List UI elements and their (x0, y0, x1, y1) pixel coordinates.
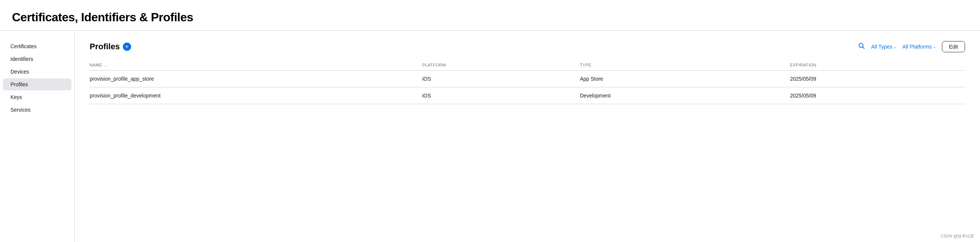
cell-expiration-0: 2025/05/09 (790, 71, 965, 88)
filter-platforms-chevron-icon: ⌄ (933, 45, 936, 49)
sidebar-item-keys[interactable]: Keys (3, 91, 72, 103)
sidebar-item-profiles[interactable]: Profiles (3, 78, 72, 91)
main-content: Profiles + All Types ⌄ (75, 30, 980, 242)
cell-type-0: App Store (580, 71, 790, 88)
edit-button[interactable]: Edit (942, 41, 965, 52)
column-header-expiration: EXPIRATION (790, 60, 965, 71)
filter-platforms-dropdown[interactable]: All Platforms ⌄ (902, 44, 936, 50)
filter-types-chevron-icon: ⌄ (893, 45, 896, 49)
column-header-platform: PLATFORM (422, 60, 580, 71)
column-header-type: TYPE (580, 60, 790, 71)
sidebar-item-certificates[interactable]: Certificates (3, 40, 72, 52)
sort-indicator-icon: ⌄ (104, 64, 108, 67)
profiles-section-title: Profiles (90, 42, 120, 51)
table-header: NAME ⌄ PLATFORM TYPE EXPIRATION (90, 60, 965, 71)
filter-types-dropdown[interactable]: All Types ⌄ (871, 44, 897, 50)
sidebar: Certificates Identifiers Devices Profile… (0, 30, 75, 242)
cell-platform-0: iOS (422, 71, 580, 88)
profiles-header: Profiles + All Types ⌄ (90, 41, 965, 52)
sidebar-item-devices[interactable]: Devices (3, 66, 72, 78)
profiles-table: NAME ⌄ PLATFORM TYPE EXPIRATION provisio… (90, 60, 965, 104)
profiles-title-area: Profiles + (90, 42, 131, 51)
sidebar-item-identifiers[interactable]: Identifiers (3, 53, 72, 65)
cell-platform-1: iOS (422, 88, 580, 104)
cell-expiration-1: 2025/05/09 (790, 88, 965, 104)
cell-type-1: Development (580, 88, 790, 104)
filter-platforms-label: All Platforms (902, 44, 932, 50)
search-icon[interactable] (858, 42, 865, 51)
filter-types-label: All Types (871, 44, 892, 50)
page-container: Certificates, Identifiers & Profiles Cer… (0, 0, 980, 242)
sidebar-item-services[interactable]: Services (3, 104, 72, 116)
content-area: Certificates Identifiers Devices Profile… (0, 30, 980, 242)
cell-name-1: provision_profile_development (90, 88, 422, 104)
table-body: provision_profile_app_store iOS App Stor… (90, 71, 965, 104)
footer-note: CSDN @技术社群 (941, 233, 974, 239)
page-title: Certificates, Identifiers & Profiles (12, 10, 968, 24)
column-header-name[interactable]: NAME ⌄ (90, 60, 422, 71)
table-row[interactable]: provision_profile_app_store iOS App Stor… (90, 71, 965, 88)
page-header: Certificates, Identifiers & Profiles (0, 0, 980, 30)
header-actions: All Types ⌄ All Platforms ⌄ Edit (858, 41, 965, 52)
add-profile-button[interactable]: + (123, 43, 131, 51)
cell-name-0: provision_profile_app_store (90, 71, 422, 88)
svg-line-1 (862, 47, 864, 49)
table-row[interactable]: provision_profile_development iOS Develo… (90, 88, 965, 104)
table-header-row: NAME ⌄ PLATFORM TYPE EXPIRATION (90, 60, 965, 71)
